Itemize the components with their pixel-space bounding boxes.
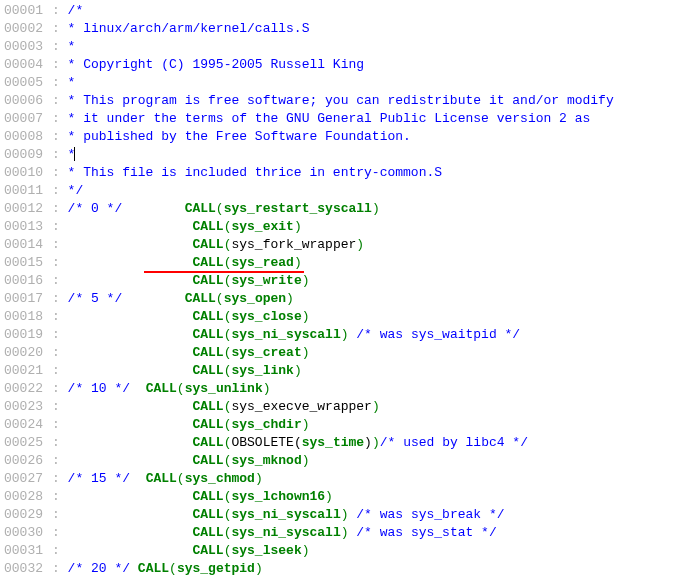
call-keyword: CALL — [192, 525, 223, 540]
index-marker: /* 15 */ — [68, 471, 130, 486]
syscall-name: sys_ni_syscall — [231, 507, 340, 522]
paren-close: ) — [302, 273, 310, 288]
paren-close: ) — [286, 291, 294, 306]
syscall-name: sys_chmod — [185, 471, 255, 486]
code-line: 00023: CALL(sys_execve_wrapper) — [4, 398, 684, 416]
indent — [68, 327, 193, 342]
line-number-colon: : — [52, 129, 68, 144]
line-number: 00031 — [4, 542, 52, 560]
index-marker: /* 0 */ — [68, 201, 123, 216]
indent — [68, 507, 193, 522]
syscall-name: sys_fork_wrapper — [231, 237, 356, 252]
code-line: 00029: CALL(sys_ni_syscall) /* was sys_b… — [4, 506, 684, 524]
indent — [68, 219, 193, 234]
line-number-colon: : — [52, 489, 68, 504]
call-keyword: CALL — [146, 471, 177, 486]
code-line: 00030: CALL(sys_ni_syscall) /* was sys_s… — [4, 524, 684, 542]
line-number: 00020 — [4, 344, 52, 362]
line-number-colon: : — [52, 3, 68, 18]
comment-text: * — [68, 39, 76, 54]
paren-close: ) — [294, 219, 302, 234]
syscall-name: sys_close — [231, 309, 301, 324]
paren-open: ( — [177, 471, 185, 486]
indent — [68, 345, 193, 360]
syscall-name: sys_restart_syscall — [224, 201, 372, 216]
comment-text: * linux/arch/arm/kernel/calls.S — [68, 21, 310, 36]
line-number: 00015 — [4, 254, 52, 272]
line-number-colon: : — [52, 291, 68, 306]
call-keyword: CALL — [192, 489, 223, 504]
line-number-colon: : — [52, 21, 68, 36]
call-keyword: CALL — [192, 219, 223, 234]
code-line: 00032: /* 20 */ CALL(sys_getpid) — [4, 560, 684, 578]
paren-open: ( — [177, 381, 185, 396]
line-number-colon: : — [52, 561, 68, 576]
syscall-name: sys_link — [231, 363, 293, 378]
paren-open: ( — [169, 561, 177, 576]
paren-close: ) — [263, 381, 271, 396]
trailing-comment: /* was sys_waitpid */ — [349, 327, 521, 342]
call-keyword: CALL — [138, 561, 169, 576]
line-number: 00013 — [4, 218, 52, 236]
line-number: 00004 — [4, 56, 52, 74]
call-keyword: CALL — [192, 417, 223, 432]
code-line: 00002: * linux/arch/arm/kernel/calls.S — [4, 20, 684, 38]
comment-text: */ — [68, 183, 84, 198]
code-line: 00020: CALL(sys_creat) — [4, 344, 684, 362]
paren-close: ) — [356, 237, 364, 252]
code-line: 00022: /* 10 */ CALL(sys_unlink) — [4, 380, 684, 398]
paren-close: ) — [302, 417, 310, 432]
line-number: 00022 — [4, 380, 52, 398]
call-keyword: CALL — [192, 435, 223, 450]
line-number-colon: : — [52, 75, 68, 90]
code-line: 00026: CALL(sys_mknod) — [4, 452, 684, 470]
indent — [68, 417, 193, 432]
indent — [68, 273, 193, 288]
call-keyword: CALL — [192, 345, 223, 360]
line-number-colon: : — [52, 471, 68, 486]
line-number-colon: : — [52, 255, 68, 270]
index-marker: /* 10 */ — [68, 381, 130, 396]
line-number: 00032 — [4, 560, 52, 578]
line-number-colon: : — [52, 543, 68, 558]
indent — [122, 201, 184, 216]
indent — [68, 435, 193, 450]
line-number: 00018 — [4, 308, 52, 326]
line-number: 00007 — [4, 110, 52, 128]
line-number: 00010 — [4, 164, 52, 182]
call-keyword: CALL — [185, 291, 216, 306]
paren-close: ) — [294, 255, 302, 270]
paren-close: ) — [302, 345, 310, 360]
code-line: 00017: /* 5 */ CALL(sys_open) — [4, 290, 684, 308]
call-keyword: CALL — [192, 399, 223, 414]
paren-close: ) — [372, 201, 380, 216]
line-number: 00008 — [4, 128, 52, 146]
line-number: 00012 — [4, 200, 52, 218]
syscall-name: sys_chdir — [231, 417, 301, 432]
indent — [68, 489, 193, 504]
obsolete-close: ) — [364, 435, 372, 450]
syscall-name: sys_ni_syscall — [231, 327, 340, 342]
code-line: 00013: CALL(sys_exit) — [4, 218, 684, 236]
syscall-name: sys_read — [231, 255, 293, 270]
line-number-colon: : — [52, 525, 68, 540]
comment-text: * it under the terms of the GNU General … — [68, 111, 591, 126]
syscall-name: sys_creat — [231, 345, 301, 360]
comment-text: * published by the Free Software Foundat… — [68, 129, 411, 144]
syscall-name: sys_time — [302, 435, 364, 450]
code-listing: 00001: /*00002: * linux/arch/arm/kernel/… — [4, 2, 684, 578]
comment-text: * Copyright (C) 1995-2005 Russell King — [68, 57, 364, 72]
syscall-name: sys_lseek — [231, 543, 301, 558]
call-keyword: CALL — [192, 273, 223, 288]
indent — [68, 399, 193, 414]
code-line: 00010: * This file is included thrice in… — [4, 164, 684, 182]
line-number: 00014 — [4, 236, 52, 254]
call-keyword: CALL — [192, 453, 223, 468]
syscall-name: sys_ni_syscall — [231, 525, 340, 540]
syscall-name: sys_execve_wrapper — [231, 399, 371, 414]
code-line: 00001: /* — [4, 2, 684, 20]
call-keyword: CALL — [192, 363, 223, 378]
obsolete-keyword: OBSOLETE( — [231, 435, 301, 450]
indent — [68, 255, 193, 270]
syscall-name: sys_mknod — [231, 453, 301, 468]
